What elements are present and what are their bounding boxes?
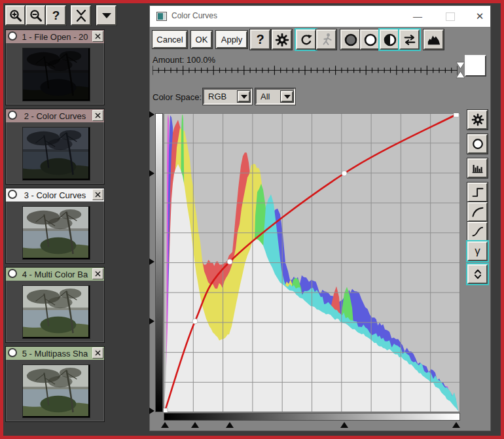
chevron-down-button[interactable]: [281, 91, 293, 102]
threshold-curve-button[interactable]: [467, 183, 488, 202]
gamma-curve-button[interactable]: γ: [467, 241, 488, 261]
zoom-in-button[interactable]: [5, 5, 26, 26]
curve-endpoint[interactable]: [164, 408, 168, 412]
curve-endpoint[interactable]: [454, 113, 459, 117]
step-title-bar[interactable]: 1 - File Open - 20: [6, 30, 104, 43]
step-close-button[interactable]: [92, 31, 103, 42]
s-curve-button[interactable]: [467, 222, 488, 241]
step-radio-button[interactable]: [8, 31, 17, 41]
curve-control-point[interactable]: [342, 171, 347, 176]
step-title-bar[interactable]: 2 - Color Curves: [6, 109, 104, 122]
step-title-bar[interactable]: 5 - Multipass Sha: [6, 347, 104, 360]
curve-control-point[interactable]: [227, 259, 232, 264]
step-thumbnail[interactable]: [22, 48, 90, 101]
minimize-button[interactable]: —: [411, 10, 424, 23]
outline-circle-icon: [363, 33, 378, 47]
step-close-button[interactable]: [92, 347, 103, 359]
s-curve-icon: [471, 225, 484, 238]
preview-dark-button[interactable]: [340, 29, 361, 50]
channel-select[interactable]: All: [255, 88, 295, 105]
step-radio-button[interactable]: [8, 348, 17, 357]
input-marker[interactable]: [226, 422, 234, 428]
input-marker[interactable]: [191, 422, 199, 428]
step-item[interactable]: 3 - Color Curves: [5, 188, 105, 264]
step-title-bar[interactable]: 4 - Multi Color Ba: [6, 268, 104, 281]
step-close-button[interactable]: [92, 110, 103, 121]
dialog-title-bar[interactable]: Color Curves — ✕: [150, 6, 490, 27]
preview-split-button[interactable]: [380, 29, 400, 50]
refresh-icon: [299, 33, 314, 47]
input-marker[interactable]: [452, 422, 460, 428]
show-histogram-button[interactable]: [467, 158, 488, 178]
panel-menu-button[interactable]: [96, 5, 117, 26]
compare-swap-button[interactable]: [399, 29, 420, 50]
step-item[interactable]: 2 - Color Curves: [5, 109, 105, 184]
dropdown-arrow-icon: [101, 11, 113, 20]
dialog-icon: [156, 12, 167, 21]
step-close-button[interactable]: [92, 189, 103, 200]
apply-button[interactable]: Apply: [216, 31, 247, 48]
step-label: 1 - File Open - 20: [19, 32, 91, 42]
step-item[interactable]: 1 - File Open - 20: [5, 29, 105, 105]
step-item[interactable]: 5 - Multipass Sha: [5, 346, 105, 422]
ok-button[interactable]: OK: [191, 31, 212, 48]
amount-value: 100.0%: [187, 55, 215, 65]
step-title-bar[interactable]: 3 - Color Curves: [6, 188, 104, 202]
zoom-out-icon: [29, 9, 43, 23]
step-label: 5 - Multipass Sha: [19, 349, 91, 359]
output-gradient-bar[interactable]: [155, 113, 163, 412]
zoom-out-button[interactable]: [26, 5, 46, 26]
zoom-in-icon: [9, 9, 23, 23]
point-mode-button[interactable]: [467, 134, 488, 154]
dialog-close-button[interactable]: ✕: [473, 9, 486, 24]
step-radio-button[interactable]: [8, 269, 17, 278]
step-thumbnail[interactable]: [22, 206, 90, 260]
output-marker[interactable]: [149, 408, 154, 414]
curves-plot[interactable]: [164, 113, 460, 412]
step-curve-icon: [471, 186, 484, 199]
landscape-photo: [23, 286, 88, 337]
output-marker[interactable]: [149, 111, 154, 118]
output-marker[interactable]: [149, 258, 154, 265]
amount-slider-track[interactable]: [153, 65, 458, 75]
chevron-down-icon: [241, 95, 247, 99]
output-marker[interactable]: [149, 318, 154, 325]
color-space-dropdown-button[interactable]: [238, 91, 250, 102]
input-marker[interactable]: [161, 422, 169, 428]
shoulder-curve-button[interactable]: [467, 202, 488, 222]
filled-circle-icon: [344, 33, 358, 47]
step-item[interactable]: 4 - Multi Color Ba: [5, 267, 105, 343]
output-marker[interactable]: [149, 170, 154, 177]
color-space-select[interactable]: RGB: [203, 88, 252, 105]
cancel-button[interactable]: Cancel: [153, 31, 187, 48]
panel-help-button[interactable]: ?: [46, 5, 66, 26]
amount-label: Amount: 100.0%: [153, 55, 215, 65]
gear-icon: [275, 33, 289, 47]
amount-slider-handle[interactable]: [456, 61, 465, 79]
gear-icon: [471, 113, 484, 126]
value-stepper-button[interactable]: [467, 264, 488, 284]
circle-icon: [471, 137, 484, 150]
histogram-toggle-button[interactable]: [423, 29, 444, 50]
close-icon: [95, 113, 101, 118]
step-radio-button[interactable]: [8, 190, 17, 199]
curve-control-point[interactable]: [192, 319, 198, 324]
input-marker[interactable]: [340, 422, 348, 428]
auto-refresh-button[interactable]: [296, 29, 316, 50]
input-gradient-bar[interactable]: [164, 413, 460, 421]
curve-options-button[interactable]: [467, 110, 488, 130]
step-thumbnail[interactable]: [22, 285, 90, 339]
settings-button[interactable]: [272, 29, 292, 50]
landscape-photo: [23, 207, 88, 258]
maximize-button[interactable]: [446, 12, 455, 21]
step-close-button[interactable]: [92, 268, 103, 279]
close-icon: [95, 271, 101, 277]
step-thumbnail[interactable]: [22, 127, 90, 181]
color-swatch[interactable]: [465, 55, 486, 77]
dialog-help-button[interactable]: ?: [250, 29, 270, 50]
step-radio-button[interactable]: [8, 111, 17, 120]
swap-arrows-icon: [403, 33, 417, 47]
preview-light-button[interactable]: [360, 29, 380, 50]
step-thumbnail[interactable]: [22, 364, 90, 418]
collapse-button[interactable]: [71, 5, 91, 26]
